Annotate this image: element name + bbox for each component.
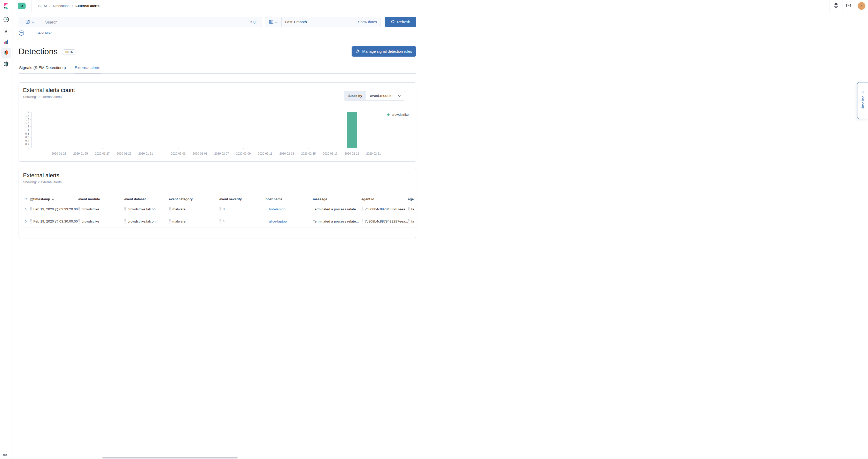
sidebar-item-management[interactable]: [3, 61, 9, 68]
drag-handle[interactable]: [219, 219, 221, 223]
tab-external-alerts[interactable]: External alerts: [74, 65, 101, 73]
saved-query-menu-button[interactable]: [19, 17, 41, 27]
drag-handle[interactable]: [30, 207, 32, 211]
cell-timestamp: Feb 19, 2020 @ 03:33:20.000: [30, 207, 78, 211]
cell-event-category: malware: [169, 219, 219, 223]
chevron-down-icon: [32, 20, 35, 24]
column-header-event-severity[interactable]: event.severity: [219, 197, 266, 201]
stack-by-select[interactable]: event.module: [366, 91, 405, 100]
column-header-host-name[interactable]: host.name: [266, 197, 313, 201]
drag-handle[interactable]: [219, 207, 221, 211]
space-badge[interactable]: D: [18, 3, 26, 9]
sidebar-item-siem[interactable]: [1, 48, 11, 58]
add-filter-button[interactable]: + Add filter: [35, 31, 52, 35]
breadcrumb-detections[interactable]: Detections: [53, 4, 69, 8]
cell-host-name[interactable]: alice-laptop: [266, 219, 313, 223]
stack-by-control: Stack by event.module: [344, 91, 405, 100]
columns-list-icon[interactable]: [23, 197, 30, 201]
x-axis-tick: [308, 148, 309, 149]
y-axis-tick: [30, 130, 31, 130]
y-axis-tick-label: 1.6: [23, 118, 29, 121]
cell-event-module: crowdstrike: [78, 207, 124, 211]
drag-handle[interactable]: [124, 219, 126, 223]
column-header-age[interactable]: age: [408, 197, 416, 201]
x-axis-tick: [287, 148, 287, 149]
breadcrumb: SIEM / Detections / External alerts: [38, 4, 99, 8]
page-title: Detections: [19, 47, 58, 56]
x-axis-tick-label: 2020-02-21: [362, 152, 385, 155]
sidebar-item-app-a[interactable]: A: [3, 28, 9, 35]
drag-handle[interactable]: [362, 207, 363, 211]
tab-signals[interactable]: Signals (SIEM Detections): [19, 65, 66, 73]
cell-event-dataset: crowdstrike.falcon: [124, 219, 169, 223]
drag-handle[interactable]: [169, 207, 171, 211]
cell-host-name[interactable]: bob-laptop: [266, 207, 313, 211]
time-range-button[interactable]: Last 1 month: [282, 20, 354, 24]
recently-viewed-button[interactable]: [3, 16, 9, 24]
drag-handle[interactable]: [266, 219, 268, 223]
drag-handle[interactable]: [362, 219, 363, 223]
query-language-button[interactable]: KQL: [246, 17, 262, 27]
y-axis-tick: [30, 126, 31, 127]
drag-handle[interactable]: [78, 219, 80, 223]
gear-icon: [3, 61, 9, 68]
refresh-button[interactable]: Refresh: [385, 17, 416, 27]
column-header-event-category[interactable]: event.category: [169, 197, 219, 201]
divider: [12, 0, 12, 12]
global-filter-icon[interactable]: [19, 30, 24, 36]
drag-handle[interactable]: [169, 219, 171, 223]
filter-dash: [27, 33, 33, 33]
manage-signal-detection-rules-button[interactable]: Manage signal detection rules: [351, 46, 416, 57]
x-axis-tick: [81, 148, 81, 149]
search-input[interactable]: [41, 17, 246, 27]
search-field-group: KQL: [19, 17, 262, 27]
drag-handle[interactable]: [78, 207, 80, 211]
column-header-message[interactable]: message: [313, 197, 362, 201]
gear-icon: [356, 49, 360, 54]
cell-event-severity: 4: [219, 219, 266, 223]
y-axis-tick-label: 0.4: [23, 139, 29, 142]
column-header-timestamp[interactable]: @timestamp: [30, 197, 78, 201]
chart-bar[interactable]: [347, 112, 357, 148]
kibana-logo[interactable]: [0, 0, 12, 12]
x-axis-tick: [146, 148, 146, 149]
drag-handle[interactable]: [30, 219, 32, 223]
x-axis-tick: [222, 148, 222, 149]
y-axis-tick: [30, 141, 31, 141]
cell-timestamp: Feb 19, 2020 @ 03:30:00.000: [30, 219, 78, 223]
filter-bar: + Add filter: [19, 30, 416, 36]
column-header-event-dataset[interactable]: event.dataset: [124, 197, 169, 201]
x-axis-tick-label: 2020-01-25: [69, 152, 92, 155]
date-quick-menu-button[interactable]: [265, 17, 282, 27]
chevron-down-icon: [398, 94, 401, 98]
top-navigation-bar: D SIEM / Detections / External alerts: [0, 0, 434, 12]
y-axis-tick-label: 0: [23, 146, 29, 149]
x-axis-tick-label: 2020-01-27: [91, 152, 114, 155]
expand-row-button[interactable]: [23, 207, 30, 211]
cell-message: Terminated a process relate...: [313, 219, 362, 223]
y-axis-tick-label: 0.8: [23, 132, 29, 135]
refresh-label: Refresh: [397, 20, 410, 24]
expand-row-button[interactable]: [23, 219, 30, 223]
column-header-event-module[interactable]: event.module: [78, 197, 124, 201]
drag-handle[interactable]: [266, 207, 268, 211]
sidebar-item-analytics[interactable]: [3, 39, 9, 46]
breadcrumb-siem[interactable]: SIEM: [38, 4, 47, 8]
cell-agent-id: 7c808b4c8878433287eea...: [362, 219, 408, 223]
show-dates-button[interactable]: Show dates: [354, 20, 380, 24]
drag-handle[interactable]: [408, 207, 410, 211]
drag-handle[interactable]: [124, 207, 126, 211]
drag-handle[interactable]: [408, 219, 410, 223]
y-axis-tick: [30, 119, 31, 120]
y-axis-tick: [30, 137, 31, 137]
legend-item[interactable]: crowdstrike: [387, 113, 409, 117]
x-axis-tick-label: 2020-02-15: [297, 152, 320, 155]
y-axis-tick: [30, 112, 31, 113]
divider: [31, 0, 32, 12]
y-axis-tick-label: 1.8: [23, 114, 29, 117]
y-axis-tick: [30, 123, 31, 123]
column-header-agent-id[interactable]: agent.id: [362, 197, 408, 201]
divider: [0, 25, 12, 25]
manage-rules-label: Manage signal detection rules: [362, 49, 412, 54]
cell-age: fa: [408, 219, 416, 223]
